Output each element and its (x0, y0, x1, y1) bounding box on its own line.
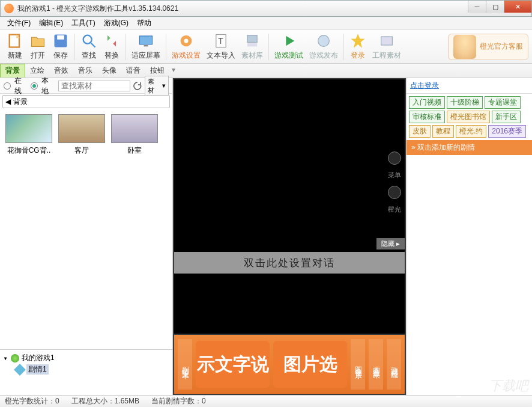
tab-avatar[interactable]: 头像 (97, 64, 121, 78)
tag-2016-season[interactable]: 2016赛季 (488, 125, 526, 138)
tb-assets[interactable]: 素材库 (238, 31, 266, 62)
svg-rect-2 (57, 35, 64, 40)
toolbar: 新建 打开 保存 查找 替换 适应屏幕 游戏设置 T文本导入 素材库 游戏测试 … (0, 30, 532, 64)
radio-online-label: 在线 (14, 76, 29, 96)
right-empty (407, 155, 532, 395)
tb-game-settings[interactable]: 游戏设置 (169, 31, 204, 62)
radio-online[interactable] (4, 82, 11, 90)
tag-skin[interactable]: 皮肤 (409, 125, 431, 138)
cg-label: 橙光 (388, 205, 401, 214)
asset-search-row: 在线 本地 素材▾ (0, 78, 172, 94)
svg-point-8 (184, 39, 189, 43)
svg-rect-16 (381, 37, 393, 45)
menu-icon[interactable] (388, 151, 401, 165)
thumb-image (5, 114, 52, 143)
thumb-item[interactable]: 花御骨CG背.. (5, 114, 53, 156)
tag-intro-video[interactable]: 入门视频 (409, 96, 445, 109)
menu-label: 菜单 (388, 171, 401, 180)
cs-label: 橙光官方客服 (480, 41, 523, 52)
tab-music[interactable]: 音乐 (73, 64, 97, 78)
radio-local[interactable] (31, 82, 38, 90)
maximize-button[interactable]: ▢ (486, 1, 504, 13)
left-pane: 在线 本地 素材▾ ◀ 背景 花御骨CG背.. 客厅 卧室 ▾我的游戏1 剧情1 (0, 78, 173, 395)
main-area: 在线 本地 素材▾ ◀ 背景 花御骨CG背.. 客厅 卧室 ▾我的游戏1 剧情1… (0, 78, 532, 395)
tag-yue[interactable]: 橙光.约 (456, 125, 486, 138)
col-script[interactable]: 剧情文本 (178, 339, 192, 390)
tb-login[interactable]: 登录 (346, 31, 369, 62)
chevron-down-icon: ▾ (162, 82, 166, 90)
tb-game-test[interactable]: 游戏测试 (271, 31, 306, 62)
cg-icon[interactable] (388, 186, 401, 199)
tb-project-assets[interactable]: 工程素材 (369, 31, 404, 62)
tb-new[interactable]: 新建 (4, 31, 26, 62)
thumb-item[interactable]: 客厅 (58, 114, 106, 156)
thumb-item[interactable]: 卧室 (110, 114, 159, 156)
thumb-image (58, 114, 105, 143)
back-icon[interactable]: ◀ (5, 97, 11, 106)
menubar: 文件(F) 编辑(E) 工具(T) 游戏(G) 帮助 (0, 17, 532, 30)
statusbar: 橙光字数统计：0 工程总大小：1.65MB 当前剧情字数：0 (0, 395, 532, 407)
tag-newbie[interactable]: 新手区 (492, 111, 521, 123)
thumbnail-grid: 花御骨CG背.. 客厅 卧室 (0, 109, 172, 349)
text-display-button[interactable]: 示文字说 (196, 341, 270, 388)
menu-tools[interactable]: 工具(T) (68, 17, 98, 29)
menu-edit[interactable]: 编辑(E) (35, 17, 67, 29)
tb-fit-screen[interactable]: 适应屏幕 (128, 31, 163, 62)
customer-service[interactable]: 橙光官方客服 (448, 34, 528, 60)
dialog-placeholder[interactable]: 双击此处设置对话 (174, 252, 405, 274)
hide-button[interactable]: 隐藏 ▸ (376, 238, 405, 249)
tag-tutorial[interactable]: 教程 (432, 125, 454, 138)
menu-file[interactable]: 文件(F) (4, 17, 34, 29)
col-flow[interactable]: 游戏流程 (387, 339, 401, 390)
breadcrumb[interactable]: ◀ 背景 (2, 95, 170, 108)
tb-save[interactable]: 保存 (49, 31, 72, 62)
svg-point-3 (83, 35, 92, 44)
col-effect[interactable]: 画面效果 (369, 339, 383, 390)
close-button[interactable]: ✕ (504, 1, 531, 13)
scene-icon (14, 364, 26, 376)
game-preview[interactable]: 菜单 橙光 隐藏 ▸ 双击此处设置对话 (174, 79, 405, 334)
tree-child[interactable]: 剧情1 (2, 364, 170, 375)
image-select-button[interactable]: 图片选 (273, 341, 347, 388)
tab-voice[interactable]: 语音 (121, 64, 145, 78)
status-wordcount: 橙光字数统计：0 (5, 396, 59, 406)
svg-point-14 (318, 35, 330, 47)
tb-open[interactable]: 打开 (26, 31, 49, 62)
tb-publish[interactable]: 游戏发布 (306, 31, 341, 62)
add-plot-bar[interactable]: » 双击添加新的剧情 (407, 140, 532, 155)
svg-text:T: T (218, 36, 223, 46)
project-icon (11, 354, 19, 363)
svg-marker-15 (351, 34, 364, 47)
svg-rect-6 (144, 45, 148, 46)
tab-more-icon[interactable]: ▾ (169, 64, 178, 78)
tag-review-std[interactable]: 审核标准 (409, 111, 445, 123)
cs-avatar-icon (453, 35, 476, 59)
help-tags: 入门视频 十级阶梯 专题课堂 审核标准 橙光图书馆 新手区 皮肤 教程 橙光.约… (407, 94, 532, 140)
tree-root[interactable]: ▾我的游戏1 (2, 352, 170, 364)
app-icon (4, 4, 14, 13)
menu-help[interactable]: 帮助 (133, 17, 155, 29)
tb-replace[interactable]: 替换 (100, 31, 123, 62)
svg-rect-11 (247, 35, 257, 43)
status-size: 工程总大小：1.65MB (71, 396, 139, 406)
crumb-label: 背景 (13, 97, 28, 107)
center-pane: 菜单 橙光 隐藏 ▸ 双击此处设置对话 剧情文本 示文字说 图片选 图像音乐 画… (173, 78, 406, 395)
minimize-button[interactable]: ─ (468, 1, 486, 13)
asset-type-dropdown[interactable]: 素材▾ (145, 76, 169, 96)
project-tree: ▾我的游戏1 剧情1 (0, 349, 172, 395)
tag-library[interactable]: 橙光图书馆 (447, 111, 490, 123)
menu-game[interactable]: 游戏(G) (100, 17, 132, 29)
svg-line-4 (91, 43, 95, 47)
tb-find[interactable]: 查找 (77, 31, 100, 62)
refresh-icon[interactable] (133, 81, 142, 91)
col-media[interactable]: 图像音乐 (351, 339, 365, 390)
svg-rect-12 (247, 43, 257, 47)
asset-tabs: 背景 立绘 音效 音乐 头像 语音 按钮 ▾ (0, 64, 532, 78)
thumb-image (111, 114, 158, 143)
login-link[interactable]: 点击登录 (407, 78, 532, 94)
tag-topic-class[interactable]: 专题课堂 (485, 96, 521, 109)
window-title: 我的游戏1 - 橙光文字游戏制作工具v1.35.134.0621 (17, 4, 178, 14)
tb-text-import[interactable]: T文本导入 (204, 31, 238, 62)
tag-ten-level[interactable]: 十级阶梯 (447, 96, 483, 109)
search-input[interactable] (58, 81, 130, 91)
